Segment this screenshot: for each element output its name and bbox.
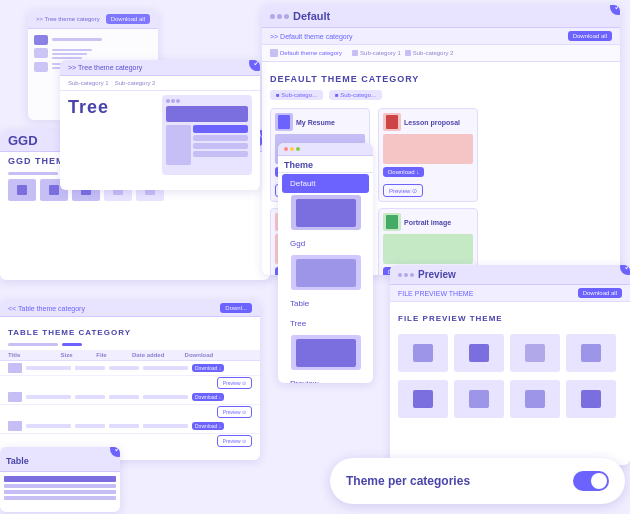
- theme-toggle[interactable]: [573, 471, 609, 491]
- preview-download-all-btn[interactable]: Download all: [578, 288, 622, 298]
- table-main-card: << Table theme category Downl... TABLE T…: [0, 300, 260, 460]
- sidebar-thumb-ggd: [291, 255, 361, 290]
- table-row-2: Download ↓: [0, 390, 260, 405]
- row2-dl-btn[interactable]: Download ↓: [192, 393, 224, 401]
- file-prev-6: [454, 380, 504, 418]
- thumb-icon: [34, 35, 48, 45]
- thumb-icon3: [34, 62, 48, 72]
- file-prev-7: [510, 380, 560, 418]
- sidebar-item-default[interactable]: Default: [282, 174, 369, 193]
- portrait-label: Portrait image: [404, 219, 451, 226]
- default-subcat-tab2[interactable]: ■ Sub-catego...: [329, 90, 382, 100]
- table-header-text: << Table theme category: [8, 305, 85, 312]
- file-prev-3: [510, 334, 560, 372]
- tree-small-title: Table: [6, 456, 29, 466]
- sidebar-thumb-tree: [291, 335, 361, 370]
- thumb-icon2: [34, 48, 48, 58]
- table-row-1: Download ↓: [0, 361, 260, 376]
- tree-main-header: >> Tree theme category: [60, 60, 260, 76]
- lesson-download-btn[interactable]: Download ↓: [383, 167, 424, 177]
- tree-main-card: ✓ >> Tree theme category Sub-category 1 …: [60, 60, 260, 190]
- col-download: Download: [185, 352, 252, 358]
- file-prev-1: [398, 334, 448, 372]
- col-file: File: [96, 352, 130, 358]
- row1-dl-btn[interactable]: Download ↓: [192, 364, 224, 372]
- tree-main-header-text: >> Tree theme category: [68, 64, 142, 71]
- default-sub-header: >> Default theme category: [270, 33, 353, 40]
- file-prev-4: [566, 334, 616, 372]
- tree-sub1: Sub-category 1: [68, 80, 109, 86]
- col-title: Title: [8, 352, 59, 358]
- theme-bar-label: Theme per categories: [346, 474, 470, 488]
- tree-thumb-title: >> Tree theme category: [36, 16, 100, 22]
- default-download-btn[interactable]: Download all: [568, 31, 612, 41]
- sidebar-thumb-default: [291, 195, 361, 230]
- default-subcat-tab1[interactable]: ■ Sub-catego...: [270, 90, 323, 100]
- resume-label: My Resume: [296, 119, 335, 126]
- lesson-preview-btn[interactable]: Preview ⊙: [383, 184, 423, 197]
- default-subcat-label: Default theme category: [280, 50, 342, 56]
- tree-sub2: Sub-category 2: [115, 80, 156, 86]
- file-prev-2: [454, 334, 504, 372]
- table-section-title: TABLE THEME CATEGORY: [8, 328, 131, 337]
- row2-prev-btn[interactable]: Preview ⊙: [217, 406, 252, 418]
- row3-dl-btn[interactable]: Download ↓: [192, 422, 224, 430]
- preview-sub-header: FILE PREVIEW THEME: [398, 290, 473, 297]
- tree-thumb-header: >> Tree theme category Download all: [28, 10, 158, 29]
- row3-prev-btn[interactable]: Preview ⊙: [217, 435, 252, 447]
- sidebar-item-ggd[interactable]: Ggd: [282, 234, 369, 253]
- col-size: Size: [61, 352, 95, 358]
- theme-item-lesson: Lesson proposal Download ↓ Preview ⊙: [378, 108, 478, 202]
- row1-prev-btn[interactable]: Preview ⊙: [217, 377, 252, 389]
- theme-sidebar-card: Theme Default Ggd Table Tree Preview: [278, 143, 373, 383]
- tree-title: Tree: [68, 97, 109, 118]
- col-date: Date added: [132, 352, 183, 358]
- sidebar-item-preview[interactable]: Preview: [282, 374, 369, 383]
- default-section-title: DEFAULT THEME CATEGORY: [270, 74, 419, 84]
- sidebar-theme-label: Theme: [278, 156, 373, 173]
- preview-section-title: FILE PREVIEW THEME: [398, 314, 503, 323]
- theme-bar-card: Theme per categories: [330, 458, 625, 504]
- preview-card: ✓ Preview FILE PREVIEW THEME Download al…: [390, 265, 630, 465]
- file-prev-8: [566, 380, 616, 418]
- file-prev-5: [398, 380, 448, 418]
- sidebar-item-table[interactable]: Table: [282, 294, 369, 313]
- ggd-title: GGD: [8, 133, 38, 148]
- ggd-mini-item-1: [8, 179, 36, 201]
- tree-thumb-download[interactable]: Download all: [106, 14, 150, 24]
- lesson-label: Lesson proposal: [404, 119, 460, 126]
- tree-small-card: ✓ Table: [0, 447, 120, 512]
- sidebar-item-tree[interactable]: Tree: [282, 314, 369, 333]
- default-title: Default: [293, 10, 612, 22]
- table-row-3: Download ↓: [0, 419, 260, 434]
- table-download-btn[interactable]: Downl...: [220, 303, 252, 313]
- preview-title: Preview: [418, 269, 456, 280]
